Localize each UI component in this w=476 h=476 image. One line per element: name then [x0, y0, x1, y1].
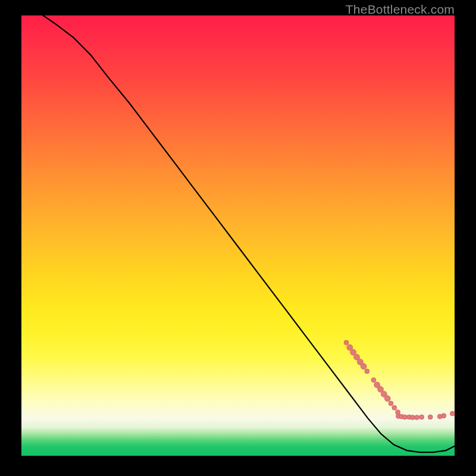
data-point — [402, 415, 407, 419]
data-point — [450, 411, 455, 416]
chart-frame: TheBottleneck.com — [0, 0, 476, 476]
data-point — [392, 405, 397, 410]
chart-svg — [21, 15, 455, 456]
data-point — [344, 340, 349, 345]
data-point — [410, 415, 415, 420]
data-point — [419, 415, 424, 419]
plot-area — [21, 15, 455, 456]
data-point — [384, 396, 390, 402]
data-point — [441, 414, 446, 418]
watermark-label: TheBottleneck.com — [346, 2, 455, 17]
data-point — [389, 401, 393, 406]
data-point — [365, 369, 369, 374]
bottleneck-curve — [43, 15, 455, 452]
data-point — [371, 378, 376, 383]
data-point — [415, 415, 419, 420]
data-point — [428, 415, 433, 419]
data-point — [361, 364, 367, 369]
